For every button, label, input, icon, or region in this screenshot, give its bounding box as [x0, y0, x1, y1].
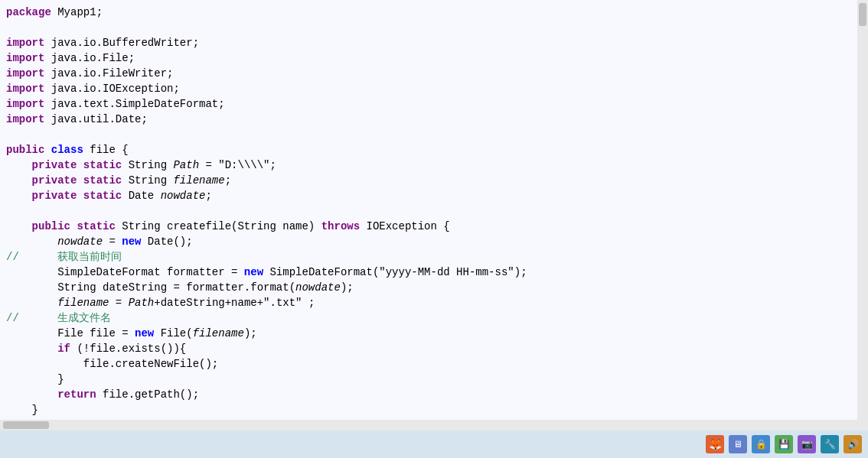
token [6, 173, 32, 188]
token: new [122, 234, 148, 249]
token: // 获取当前时间 [6, 249, 122, 265]
token: String [129, 158, 174, 173]
code-line-10: public class file { [6, 142, 868, 158]
token [6, 295, 57, 310]
token: java.util.Date; [51, 112, 148, 127]
token: private [32, 188, 83, 203]
token: return [57, 387, 103, 402]
code-line-14 [6, 203, 868, 219]
taskbar-icon-4[interactable]: 💾 [775, 435, 793, 453]
code-line-11: private static String Path = "D:\\\\"; [6, 158, 868, 173]
token: file { [90, 142, 128, 158]
token: import [6, 35, 51, 50]
code-line-1: package Myapp1; [6, 5, 868, 20]
taskbar-icon-7[interactable]: 🔊 [844, 435, 862, 453]
token: throws [321, 219, 360, 234]
token: ); [514, 265, 527, 280]
token: nowdate [295, 280, 341, 295]
token [6, 234, 57, 249]
token: java.io.File; [51, 50, 135, 66]
token: nowdate [161, 188, 206, 203]
token: filename [173, 173, 224, 188]
token: ; [302, 295, 315, 310]
token: String dateString = formatter.format( [6, 280, 295, 295]
token: public [32, 219, 77, 234]
token: // 生成文件名 [6, 310, 111, 326]
token: import [6, 112, 51, 127]
taskbar-icon-2[interactable]: 🖥 [729, 435, 747, 453]
code-line-16: nowdate = new Date(); [6, 234, 868, 249]
vertical-scrollbar[interactable] [857, 0, 868, 420]
token: Date [129, 188, 161, 203]
token: public [6, 142, 51, 158]
token: Path [129, 295, 155, 310]
token: "D:\\\\"; [218, 158, 276, 173]
token: java.io.FileWriter; [51, 66, 174, 81]
code-line-24: file.createNewFile(); [6, 356, 868, 372]
code-line-25: } [6, 372, 868, 387]
token: = [103, 234, 122, 249]
token [6, 341, 57, 356]
code-line-5: import java.io.FileWriter; [6, 66, 868, 81]
token: package [6, 5, 57, 20]
token: new [244, 265, 270, 280]
code-line-21: // 生成文件名 [6, 310, 868, 326]
code-line-7: import java.text.SimpleDateFormat; [6, 96, 868, 112]
token: ; [205, 188, 211, 203]
token: Myapp1; [57, 5, 103, 20]
token: import [6, 66, 51, 81]
token: = [199, 158, 218, 173]
token [6, 219, 32, 234]
token: ); [244, 326, 257, 341]
taskbar-icon-6[interactable]: 🔧 [821, 435, 839, 453]
token: java.io.BufferedWriter; [51, 35, 199, 50]
token: = [109, 295, 128, 310]
token: } [6, 402, 38, 417]
token: file.createNewFile(); [6, 356, 218, 372]
token [6, 387, 57, 402]
code-line-13: private static Date nowdate; [6, 188, 868, 203]
token: nowdate [57, 234, 103, 249]
token: import [6, 81, 51, 96]
scrollbar-thumb[interactable] [859, 3, 866, 26]
token: File file = [6, 326, 135, 341]
code-line-8: import java.util.Date; [6, 112, 868, 127]
token: import [6, 96, 51, 112]
token: } [6, 372, 64, 387]
code-line-12: private static String filename; [6, 173, 868, 188]
token: (!file.exists()){ [77, 341, 186, 356]
taskbar-icon-5[interactable]: 📷 [798, 435, 816, 453]
taskbar-icon-3[interactable]: 🔒 [752, 435, 770, 453]
code-line-17: // 获取当前时间 [6, 249, 868, 265]
code-line-20: filename = Path+dateString+name+".txt" ; [6, 295, 868, 310]
token: static [83, 173, 129, 188]
token: private [32, 158, 83, 173]
token: import [6, 50, 51, 66]
token: IOException { [360, 219, 450, 234]
h-scrollbar-thumb[interactable] [3, 421, 49, 429]
token [6, 158, 32, 173]
token: if [57, 341, 77, 356]
taskbar: 🦊 🖥 🔒 💾 📷 🔧 🔊 [0, 430, 868, 458]
token: "yyyy-MM-dd HH-mm-ss" [379, 265, 514, 280]
token: SimpleDateFormat( [269, 265, 379, 280]
token: String createfile(String name) [122, 219, 321, 234]
token: File( [161, 326, 193, 341]
token: file.getPath(); [103, 387, 199, 402]
token: static [77, 219, 122, 234]
token: ".txt" [263, 295, 302, 310]
token [6, 188, 32, 203]
token: +dateString+name+ [154, 295, 263, 310]
editor-container: package Myapp1; import java.io.BufferedW… [0, 0, 868, 420]
code-line-4: import java.io.File; [6, 50, 868, 66]
taskbar-icon-1[interactable]: 🦊 [706, 435, 724, 453]
code-line-2 [6, 20, 868, 35]
horizontal-scrollbar[interactable] [0, 420, 868, 430]
code-line-22: File file = new File(filename); [6, 326, 868, 341]
code-line-27: } [6, 402, 868, 417]
code-area[interactable]: package Myapp1; import java.io.BufferedW… [0, 0, 868, 420]
token: static [83, 188, 129, 203]
token: filename [57, 295, 109, 310]
token: String [129, 173, 174, 188]
token: new [135, 326, 161, 341]
